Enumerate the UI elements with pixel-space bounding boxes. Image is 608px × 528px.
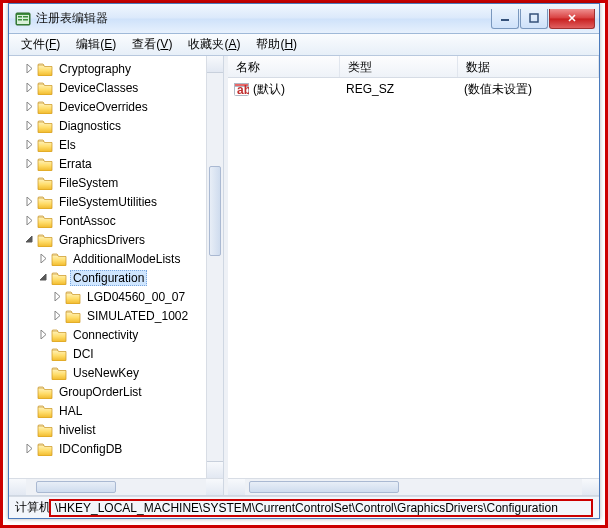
column-name[interactable]: 名称 bbox=[228, 56, 340, 77]
list-horizontal-scrollbar[interactable] bbox=[228, 478, 599, 495]
tree-node-label: Configuration bbox=[70, 270, 147, 286]
tree-node-label: Errata bbox=[56, 156, 95, 172]
tree-node[interactable]: HAL bbox=[9, 401, 223, 420]
tree-node[interactable]: GroupOrderList bbox=[9, 382, 223, 401]
menu-file[interactable]: 文件(F) bbox=[13, 34, 68, 55]
folder-icon bbox=[37, 195, 53, 209]
tree-node[interactable]: FileSystem bbox=[9, 173, 223, 192]
tree-node[interactable]: GraphicsDrivers bbox=[9, 230, 223, 249]
folder-icon bbox=[37, 423, 53, 437]
registry-editor-window: 注册表编辑器 文件(F) 编辑(E) 查看(V) 收藏夹(A) 帮助(H) Cr… bbox=[8, 3, 600, 519]
expander-icon[interactable] bbox=[23, 139, 35, 151]
folder-icon bbox=[65, 309, 81, 323]
column-data[interactable]: 数据 bbox=[458, 56, 599, 77]
tree-node[interactable]: DCI bbox=[9, 344, 223, 363]
tree-node[interactable]: Els bbox=[9, 135, 223, 154]
menubar: 文件(F) 编辑(E) 查看(V) 收藏夹(A) 帮助(H) bbox=[9, 34, 599, 56]
expander-icon[interactable] bbox=[23, 443, 35, 455]
folder-icon bbox=[37, 119, 53, 133]
tree-node[interactable]: Configuration bbox=[9, 268, 223, 287]
tree-node[interactable]: UseNewKey bbox=[9, 363, 223, 382]
scroll-up-button[interactable] bbox=[207, 56, 223, 73]
window-title: 注册表编辑器 bbox=[36, 10, 490, 27]
tree-node-label: HAL bbox=[56, 403, 85, 419]
tree-node-label: Cryptography bbox=[56, 61, 134, 77]
value-type: REG_SZ bbox=[340, 82, 458, 96]
scroll-thumb[interactable] bbox=[36, 481, 116, 493]
expander-icon[interactable] bbox=[23, 234, 35, 246]
tree-node[interactable]: SIMULATED_1002 bbox=[9, 306, 223, 325]
scroll-left-button[interactable] bbox=[228, 479, 245, 495]
tree-node-label: DeviceOverrides bbox=[56, 99, 151, 115]
folder-icon bbox=[51, 328, 67, 342]
menu-edit[interactable]: 编辑(E) bbox=[68, 34, 124, 55]
tree-node[interactable]: Connectivity bbox=[9, 325, 223, 344]
menu-help[interactable]: 帮助(H) bbox=[248, 34, 305, 55]
tree-node[interactable]: FileSystemUtilities bbox=[9, 192, 223, 211]
expander-icon[interactable] bbox=[23, 120, 35, 132]
tree-node[interactable]: IDConfigDB bbox=[9, 439, 223, 458]
list-header: 名称 类型 数据 bbox=[228, 56, 599, 78]
tree-horizontal-scrollbar[interactable] bbox=[9, 478, 223, 495]
tree-node[interactable]: Diagnostics bbox=[9, 116, 223, 135]
status-prefix: 计算机 bbox=[15, 499, 51, 516]
expander-icon[interactable] bbox=[23, 82, 35, 94]
expander-icon[interactable] bbox=[37, 253, 49, 265]
folder-icon bbox=[37, 157, 53, 171]
expander-icon[interactable] bbox=[23, 215, 35, 227]
folder-icon bbox=[37, 81, 53, 95]
tree-node[interactable]: FontAssoc bbox=[9, 211, 223, 230]
tree-node[interactable]: hivelist bbox=[9, 420, 223, 439]
tree-node[interactable]: Errata bbox=[9, 154, 223, 173]
tree-node-label: GroupOrderList bbox=[56, 384, 145, 400]
scroll-down-button[interactable] bbox=[207, 461, 223, 478]
tree-node-label: Els bbox=[56, 137, 79, 153]
menu-view[interactable]: 查看(V) bbox=[124, 34, 180, 55]
tree-node-label: DCI bbox=[70, 346, 97, 362]
scroll-right-button[interactable] bbox=[582, 479, 599, 495]
scroll-thumb[interactable] bbox=[209, 166, 221, 256]
expander-icon[interactable] bbox=[37, 272, 49, 284]
value-data: (数值未设置) bbox=[458, 81, 599, 98]
expander-icon[interactable] bbox=[23, 196, 35, 208]
tree-node[interactable]: AdditionalModeLists bbox=[9, 249, 223, 268]
tree-node[interactable]: DeviceOverrides bbox=[9, 97, 223, 116]
folder-icon bbox=[37, 214, 53, 228]
tree-node-label: DeviceClasses bbox=[56, 80, 141, 96]
maximize-button[interactable] bbox=[520, 9, 548, 29]
close-button[interactable] bbox=[549, 9, 595, 29]
tree-node-label: GraphicsDrivers bbox=[56, 232, 148, 248]
scroll-right-button[interactable] bbox=[206, 479, 223, 495]
values-pane: 名称 类型 数据 (默认)REG_SZ(数值未设置) bbox=[228, 56, 599, 495]
expander-icon[interactable] bbox=[51, 291, 63, 303]
tree-node[interactable]: LGD04560_00_07 bbox=[9, 287, 223, 306]
folder-icon bbox=[37, 233, 53, 247]
tree-node-label: Diagnostics bbox=[56, 118, 124, 134]
scroll-thumb[interactable] bbox=[249, 481, 399, 493]
titlebar[interactable]: 注册表编辑器 bbox=[9, 4, 599, 34]
menu-favorites[interactable]: 收藏夹(A) bbox=[180, 34, 248, 55]
registry-tree[interactable]: CryptographyDeviceClassesDeviceOverrides… bbox=[9, 56, 223, 458]
values-list[interactable]: (默认)REG_SZ(数值未设置) bbox=[228, 78, 599, 100]
folder-icon bbox=[37, 176, 53, 190]
value-row[interactable]: (默认)REG_SZ(数值未设置) bbox=[228, 80, 599, 98]
expander-icon[interactable] bbox=[23, 158, 35, 170]
tree-node-label: SIMULATED_1002 bbox=[84, 308, 191, 324]
tree-vertical-scrollbar[interactable] bbox=[206, 56, 223, 478]
tree-node[interactable]: DeviceClasses bbox=[9, 78, 223, 97]
scroll-left-button[interactable] bbox=[9, 479, 26, 495]
value-name: (默认) bbox=[253, 81, 285, 98]
status-path: \HKEY_LOCAL_MACHINE\SYSTEM\CurrentContro… bbox=[49, 499, 593, 517]
tree-node[interactable]: Cryptography bbox=[9, 59, 223, 78]
svg-rect-10 bbox=[530, 14, 538, 22]
expander-icon[interactable] bbox=[23, 101, 35, 113]
tree-node-label: Connectivity bbox=[70, 327, 141, 343]
folder-icon bbox=[51, 366, 67, 380]
minimize-button[interactable] bbox=[491, 9, 519, 29]
expander-icon[interactable] bbox=[23, 63, 35, 75]
expander-icon[interactable] bbox=[37, 329, 49, 341]
tree-node-label: hivelist bbox=[56, 422, 99, 438]
column-type[interactable]: 类型 bbox=[340, 56, 458, 77]
folder-icon bbox=[37, 442, 53, 456]
expander-icon[interactable] bbox=[51, 310, 63, 322]
